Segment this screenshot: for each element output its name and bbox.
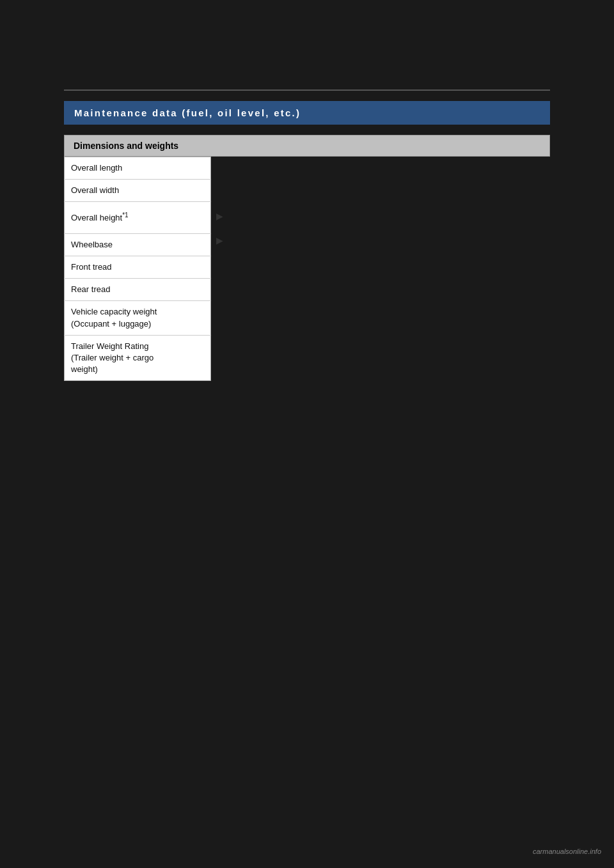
table-row: Rear tread (65, 279, 211, 301)
main-content: Maintenance data (fuel, oil level, etc.)… (64, 89, 550, 381)
arrow-column: ▶ ▶ (216, 212, 223, 260)
dimensions-table: Overall length Overall width Overall hei… (64, 157, 211, 381)
table-row: Overall height*1 (65, 202, 211, 234)
overall-width-cell: Overall width (65, 180, 211, 202)
table-row: Overall width (65, 180, 211, 202)
table-row: Vehicle capacity weight(Occupant + lugga… (65, 301, 211, 335)
table-row: Wheelbase (65, 233, 211, 256)
top-rule (64, 89, 550, 91)
watermark: carmanualsonline.info (533, 848, 601, 855)
rear-tread-cell: Rear tread (65, 279, 211, 301)
front-tread-cell: Front tread (65, 256, 211, 279)
wheelbase-cell: Wheelbase (65, 233, 211, 256)
arrow-indicator-1: ▶ (216, 212, 223, 221)
table-row: Overall length (65, 157, 211, 180)
arrow-indicator-2: ▶ (216, 236, 223, 245)
table-row: Trailer Weight Rating(Trailer weight + c… (65, 335, 211, 381)
section-header: Maintenance data (fuel, oil level, etc.) (64, 101, 550, 125)
trailer-weight-cell: Trailer Weight Rating(Trailer weight + c… (65, 335, 211, 381)
vehicle-capacity-cell: Vehicle capacity weight(Occupant + lugga… (65, 301, 211, 335)
superscript-1: *1 (122, 212, 128, 219)
table-container: Overall length Overall width Overall hei… (64, 157, 550, 381)
subsection-header: Dimensions and weights (64, 135, 550, 157)
page: Maintenance data (fuel, oil level, etc.)… (0, 0, 614, 868)
overall-height-cell: Overall height*1 (65, 202, 211, 234)
table-row: Front tread (65, 256, 211, 279)
overall-length-cell: Overall length (65, 157, 211, 180)
